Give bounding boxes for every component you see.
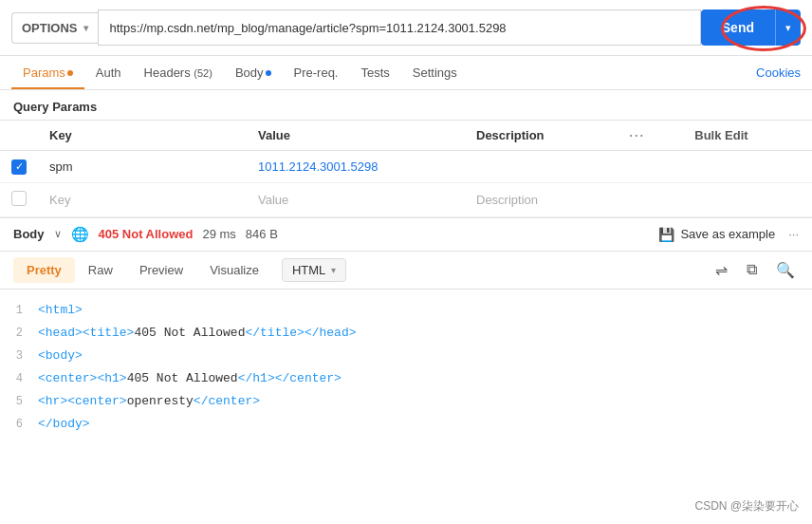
cookies-link[interactable]: Cookies: [756, 56, 801, 89]
row1-more: [618, 151, 683, 183]
code-line-6: 6 </body>: [0, 413, 812, 436]
tab-tests[interactable]: Tests: [349, 56, 400, 89]
response-more-icon[interactable]: ···: [788, 227, 799, 241]
line-content-1: <html>: [38, 300, 83, 321]
response-size: 846 B: [246, 227, 278, 241]
row2-description[interactable]: Description: [465, 182, 618, 216]
params-table: Key Value Description ··· Bulk Edit ✓ sp…: [0, 120, 812, 217]
viewer-tab-preview[interactable]: Preview: [126, 257, 196, 283]
col-key: Key: [38, 121, 247, 151]
viewer-tabs-bar: Pretty Raw Preview Visualize HTML ▾ ⇌ ⧉ …: [0, 252, 812, 290]
tab-body[interactable]: Body: [224, 56, 283, 89]
code-line-2: 2 <head><title>405 Not Allowed</title></…: [0, 322, 812, 345]
send-button[interactable]: Send: [701, 9, 775, 46]
send-button-group: Send ▾: [701, 9, 801, 46]
response-bar: Body ∨ 🌐 405 Not Allowed 29 ms 846 B 💾 S…: [0, 217, 812, 252]
tab-headers[interactable]: Headers (52): [133, 56, 224, 89]
response-arrow-icon[interactable]: ∨: [54, 228, 62, 240]
viewer-icons: ⇌ ⧉ 🔍: [711, 257, 799, 283]
search-icon[interactable]: 🔍: [772, 257, 799, 283]
viewer-tab-pretty[interactable]: Pretty: [13, 257, 75, 283]
globe-icon: 🌐: [71, 226, 89, 243]
code-line-4: 4 <center><h1>405 Not Allowed</h1></cent…: [0, 367, 812, 390]
col-more: ···: [618, 121, 683, 151]
code-viewer: 1 <html> 2 <head><title>405 Not Allowed<…: [0, 290, 812, 446]
viewer-tab-raw[interactable]: Raw: [75, 257, 126, 283]
params-dot: [67, 70, 73, 76]
tab-params[interactable]: Params: [11, 56, 84, 89]
line-content-5: <hr><center>openresty</center>: [38, 391, 260, 412]
col-bulk-edit[interactable]: Bulk Edit: [683, 121, 812, 151]
row1-value[interactable]: 1011.2124.3001.5298: [247, 151, 465, 183]
row1-checkbox-cell[interactable]: ✓: [0, 151, 38, 183]
three-dots-icon[interactable]: ···: [629, 128, 645, 142]
col-checkbox: [0, 121, 38, 151]
row2-key[interactable]: Key: [38, 182, 247, 216]
url-input[interactable]: [98, 9, 701, 46]
line-content-6: </body>: [38, 414, 90, 435]
line-content-3: <body>: [38, 346, 83, 366]
request-tabs: Params Auth Headers (52) Body Pre-req. T…: [0, 56, 812, 90]
response-actions: 💾 Save as example ···: [658, 227, 799, 242]
body-dot: [266, 70, 271, 76]
code-line-3: 3 <body>: [0, 345, 812, 367]
method-label: OPTIONS: [22, 21, 78, 35]
save-example-label: Save as example: [680, 227, 775, 241]
tab-prereq[interactable]: Pre-req.: [283, 56, 350, 89]
row2-checkbox-cell[interactable]: [0, 182, 38, 216]
url-bar: OPTIONS ▾ Send ▾: [0, 0, 812, 56]
row1-checkbox[interactable]: ✓: [11, 159, 27, 175]
save-example-button[interactable]: 💾 Save as example: [658, 227, 775, 242]
line-num-3: 3: [0, 346, 38, 365]
table-row: ✓ spm 1011.2124.3001.5298: [0, 151, 812, 183]
line-content-4: <center><h1>405 Not Allowed</h1></center…: [38, 368, 341, 389]
save-icon: 💾: [658, 227, 674, 242]
col-value: Value: [247, 121, 465, 151]
row2-bulk: [683, 182, 812, 216]
line-num-5: 5: [0, 392, 38, 411]
row2-value[interactable]: Value: [247, 182, 465, 216]
send-dropdown-button[interactable]: ▾: [775, 9, 801, 46]
status-badge: 405 Not Allowed: [99, 227, 194, 241]
tabs-right: Cookies: [756, 66, 801, 80]
row1-description[interactable]: [465, 151, 618, 183]
method-select[interactable]: OPTIONS ▾: [11, 12, 98, 44]
line-num-6: 6: [0, 415, 38, 434]
format-chevron-icon: ▾: [331, 265, 336, 275]
viewer-format-select[interactable]: HTML ▾: [282, 258, 346, 282]
row1-bulk: [683, 151, 812, 183]
table-row: Key Value Description: [0, 182, 812, 216]
response-time: 29 ms: [202, 227, 235, 241]
code-line-5: 5 <hr><center>openresty</center>: [0, 390, 812, 413]
row2-more: [618, 182, 683, 216]
line-num-4: 4: [0, 369, 38, 388]
line-content-2: <head><title>405 Not Allowed</title></he…: [38, 323, 356, 344]
line-num-1: 1: [0, 301, 38, 320]
viewer-tab-visualize[interactable]: Visualize: [196, 257, 272, 283]
col-description: Description: [465, 121, 618, 151]
tab-auth[interactable]: Auth: [84, 56, 133, 89]
method-chevron-icon: ▾: [83, 23, 88, 33]
query-params-label: Query Params: [0, 90, 812, 120]
code-line-1: 1 <html>: [0, 299, 812, 322]
watermark: CSDN @柒染要开心: [694, 498, 799, 515]
response-label[interactable]: Body: [13, 227, 45, 241]
copy-icon[interactable]: ⧉: [743, 257, 761, 282]
tab-settings[interactable]: Settings: [401, 56, 469, 89]
wrap-icon[interactable]: ⇌: [711, 257, 731, 283]
row2-checkbox[interactable]: [11, 191, 27, 206]
row1-key[interactable]: spm: [38, 151, 247, 183]
line-num-2: 2: [0, 324, 38, 343]
